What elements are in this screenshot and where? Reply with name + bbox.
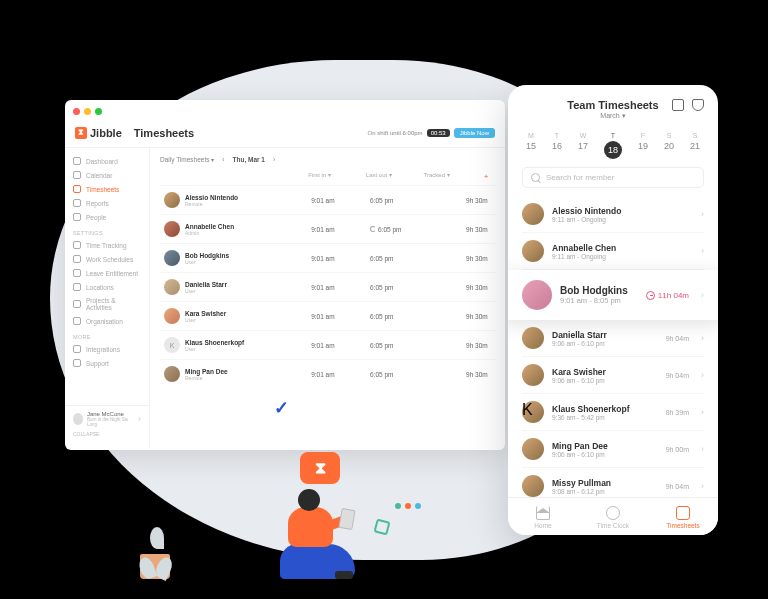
day-cell[interactable]: S21 (690, 132, 700, 159)
avatar (164, 250, 180, 266)
day-cell[interactable]: F19 (638, 132, 648, 159)
logo-mark-icon: ⧗ (75, 127, 87, 139)
col-tracked[interactable]: Tracked ▾ (424, 171, 482, 181)
brand-name: Jibble (90, 127, 122, 139)
tab-timesheets[interactable]: Timesheets (648, 498, 718, 535)
org-icon (73, 317, 81, 325)
member-row[interactable]: Kara Swisher9:06 am - 6:10 pm 9h 04m› (522, 357, 704, 394)
timesheet-row[interactable]: Bob HodgkinsUser 9:01 am6:05 pm9h 30m (160, 243, 495, 272)
search-input[interactable]: Search for member (522, 167, 704, 188)
dashboard-icon (73, 157, 81, 165)
schedule-icon (73, 255, 81, 263)
current-user[interactable]: Jane McCone Born in the Night Sis Long › (73, 411, 141, 427)
calendar-icon[interactable] (672, 99, 684, 111)
avatar (522, 364, 544, 386)
col-last-out[interactable]: Last out ▾ (366, 171, 424, 181)
shift-status-text: On shift until 6:00pm (368, 130, 423, 136)
day-cell[interactable]: T18 (604, 132, 622, 159)
col-first-in[interactable]: First in ▾ (308, 171, 366, 181)
settings-heading: SETTINGS (65, 224, 149, 238)
sidebar: Dashboard Calendar Timesheets Reports Pe… (65, 148, 150, 448)
member-row[interactable]: Bob Hodgkins9:01 am - 8:05 pm 11h 04m› (508, 270, 718, 320)
nav-dashboard[interactable]: Dashboard (65, 154, 149, 168)
window-controls[interactable] (65, 100, 505, 123)
nav-timesheets[interactable]: Timesheets (65, 182, 149, 196)
integrations-icon (73, 345, 81, 353)
avatar (522, 475, 544, 497)
avatar (164, 192, 180, 208)
chevron-right-icon: › (701, 290, 704, 300)
week-strip: M15T16W17T18F19S20S21 (508, 128, 718, 167)
tab-time-clock[interactable]: Time Clock (578, 498, 648, 535)
mobile-device: Team Timesheets March ▾ M15T16W17T18F19S… (508, 85, 718, 535)
nav-reports[interactable]: Reports (65, 196, 149, 210)
chevron-right-icon: › (701, 407, 704, 417)
timesheets-icon (676, 506, 690, 520)
collapse-sidebar[interactable]: COLLAPSE (73, 431, 141, 437)
prev-day[interactable]: ‹ (222, 156, 224, 163)
avatar (164, 279, 180, 295)
support-icon (73, 359, 81, 367)
member-row[interactable]: Ming Pan Dee9:06 am - 6:10 pm 9h 00m› (522, 431, 704, 468)
nav-organisation[interactable]: Organisation (65, 314, 149, 328)
member-row[interactable]: Alessio Nintendo9:11 am - Ongoing › (522, 196, 704, 233)
date-picker[interactable]: Thu, Mar 1 (232, 156, 265, 163)
member-row[interactable]: Daniella Starr9:06 am - 6:10 pm 9h 04m› (522, 320, 704, 357)
clock-icon (646, 291, 655, 300)
nav-locations[interactable]: Locations (65, 280, 149, 294)
chevron-right-icon: › (701, 333, 704, 343)
nav-work-schedules[interactable]: Work Schedules (65, 252, 149, 266)
chevron-down-icon: ▾ (211, 157, 214, 163)
chevron-right-icon: › (701, 246, 704, 256)
next-day[interactable]: › (273, 156, 275, 163)
chevron-right-icon: › (701, 209, 704, 219)
chevron-right-icon: › (701, 444, 704, 454)
nav-time-tracking[interactable]: Time Tracking (65, 238, 149, 252)
member-row[interactable]: Annabelle Chen9:11 am - Ongoing › (522, 233, 704, 270)
avatar (164, 221, 180, 237)
page-title: Timesheets (134, 127, 194, 139)
search-icon (531, 173, 540, 182)
avatar (522, 438, 544, 460)
home-icon (536, 506, 550, 520)
location-icon (73, 283, 81, 291)
member-row[interactable]: K Klaus Shoenerkopf9:36 am - 5:42 pm 8h … (522, 394, 704, 431)
view-selector[interactable]: Daily Timesheets ▾ (160, 156, 214, 163)
day-cell[interactable]: S20 (664, 132, 674, 159)
day-cell[interactable]: M15 (526, 132, 536, 159)
plant-decoration (140, 554, 170, 579)
nav-support[interactable]: Support (65, 356, 149, 370)
stopwatch-icon (606, 506, 620, 520)
add-button[interactable]: + (481, 171, 491, 181)
timesheet-row[interactable]: KKlaus ShoenerkopfUser 9:01 am6:05 pm9h … (160, 330, 495, 359)
speech-bubble: ⧗ (300, 452, 340, 484)
nav-integrations[interactable]: Integrations (65, 342, 149, 356)
day-cell[interactable]: T16 (552, 132, 562, 159)
jibble-now-button[interactable]: Jibble Now (454, 128, 495, 138)
avatar (164, 308, 180, 324)
avatar (164, 366, 180, 382)
illustration: ✓ ⧗ (230, 409, 450, 579)
chevron-right-icon: › (138, 414, 141, 424)
avatar: K (164, 337, 180, 353)
reports-icon (73, 199, 81, 207)
timesheet-row[interactable]: Ming Pan DeeRemote 9:01 am6:05 pm9h 30m (160, 359, 495, 388)
timesheet-row[interactable]: Annabelle ChenAdmin 9:01 am6:05 pm9h 30m (160, 214, 495, 243)
nav-leave[interactable]: Leave Entitlement (65, 266, 149, 280)
brand-logo[interactable]: ⧗ Jibble (75, 127, 122, 139)
leave-icon (73, 269, 81, 277)
timesheet-row[interactable]: Kara SwisherUser 9:01 am6:05 pm9h 30m (160, 301, 495, 330)
more-heading: MORE (65, 328, 149, 342)
chevron-right-icon: › (701, 370, 704, 380)
day-cell[interactable]: W17 (578, 132, 588, 159)
projects-icon (73, 300, 81, 308)
tab-home[interactable]: Home (508, 498, 578, 535)
shield-icon[interactable] (692, 99, 704, 111)
timesheet-row[interactable]: Alessio NintendoRemote 9:01 am6:05 pm9h … (160, 185, 495, 214)
nav-projects[interactable]: Projects & Activities (65, 294, 149, 314)
nav-people[interactable]: People (65, 210, 149, 224)
timesheet-row[interactable]: Daniella StarrUser 9:01 am6:05 pm9h 30m (160, 272, 495, 301)
people-icon (73, 213, 81, 221)
month-selector[interactable]: March ▾ (522, 112, 704, 120)
nav-calendar[interactable]: Calendar (65, 168, 149, 182)
